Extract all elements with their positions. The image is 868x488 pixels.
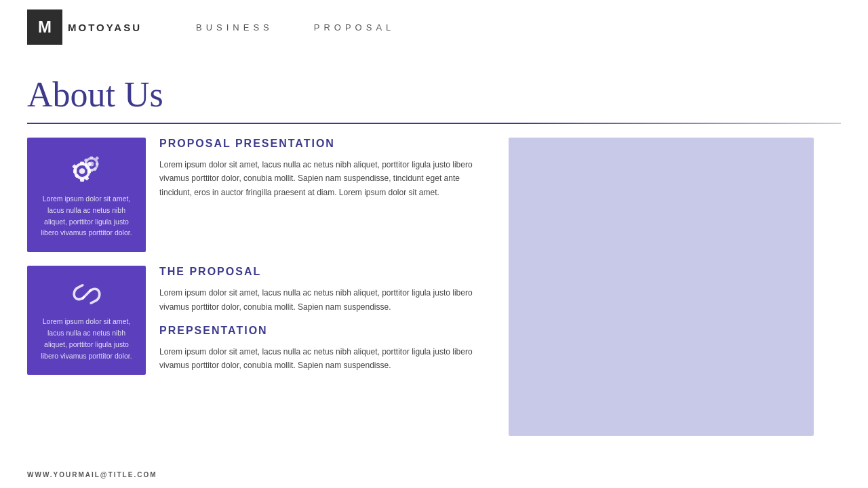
- logo-box: M: [27, 9, 62, 45]
- svg-rect-5: [96, 163, 98, 165]
- brand-name: MOTOYASU: [68, 22, 142, 33]
- svg-point-11: [79, 168, 85, 174]
- card-row-1: Lorem ipsum dolor sit amet, lacus nulla …: [27, 138, 488, 252]
- page-title: About Us: [27, 75, 841, 115]
- svg-rect-13: [80, 178, 84, 182]
- svg-rect-15: [87, 169, 90, 173]
- svg-rect-2: [90, 157, 92, 159]
- logo-letter: M: [38, 18, 52, 37]
- section-title-1: PROPOSAL PRESENTATION: [159, 138, 488, 150]
- purple-card-1: Lorem ipsum dolor sit amet, lacus nulla …: [27, 138, 146, 252]
- link-icon: [72, 279, 102, 309]
- gear-icon: [69, 151, 104, 186]
- svg-rect-12: [80, 162, 84, 165]
- title-underline: [27, 123, 841, 124]
- sub-section-title-2: PREPSENTATION: [159, 325, 488, 337]
- footer: WWW.YOURMAIL@TITLE.COM: [27, 471, 157, 479]
- right-panel-image: [509, 138, 814, 436]
- nav-right: PROPOSAL: [314, 22, 395, 33]
- card-2-text: Lorem ipsum dolor sit amet, lacus nulla …: [37, 316, 136, 361]
- card-1-text: Lorem ipsum dolor sit amet, lacus nulla …: [37, 193, 136, 239]
- svg-rect-14: [73, 169, 77, 173]
- footer-email: WWW.YOURMAIL@TITLE.COM: [27, 471, 157, 479]
- main-content: Lorem ipsum dolor sit amet, lacus nulla …: [0, 138, 868, 436]
- page-title-section: About Us: [0, 54, 868, 123]
- content-area-2: THE PROPOSAL Lorem ipsum dolor sit amet,…: [159, 266, 488, 384]
- section-body-1: Lorem ipsum dolor sit amet, lacus nulla …: [159, 158, 488, 199]
- nav-left: BUSINESS: [196, 22, 273, 33]
- header: M MOTOYASU BUSINESS PROPOSAL: [0, 0, 868, 54]
- section-title-2: THE PROPOSAL: [159, 266, 488, 278]
- content-area-1: PROPOSAL PRESENTATION Lorem ipsum dolor …: [159, 138, 488, 210]
- card-row-2: Lorem ipsum dolor sit amet, lacus nulla …: [27, 266, 488, 384]
- left-column: Lorem ipsum dolor sit amet, lacus nulla …: [27, 138, 488, 436]
- purple-card-2: Lorem ipsum dolor sit amet, lacus nulla …: [27, 266, 146, 375]
- section-body-2: Lorem ipsum dolor sit amet, lacus nulla …: [159, 286, 488, 314]
- sub-section-body-2: Lorem ipsum dolor sit amet, lacus nulla …: [159, 345, 488, 373]
